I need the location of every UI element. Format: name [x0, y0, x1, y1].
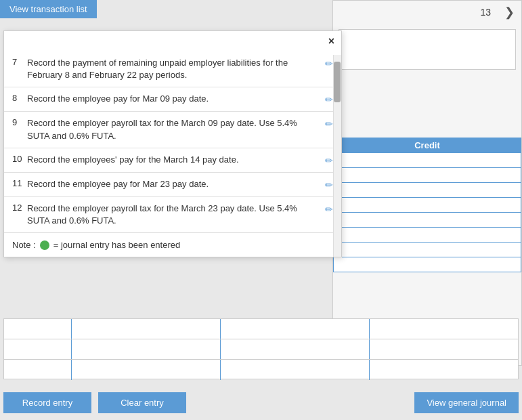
entry-edit-icon-10[interactable]: ✏ [325, 154, 333, 166]
entry-text-7: Record the payment of remaining unpaid e… [27, 57, 318, 81]
entry-text-8: Record the employee pay for Mar 09 pay d… [27, 93, 318, 105]
entry-number-8: 8 [12, 93, 27, 103]
record-entry-button[interactable]: Record entry [3, 392, 91, 413]
bottom-buttons: Record entry Clear entry View general jo… [3, 392, 519, 413]
right-panel: 13 ❯ Credit [332, 0, 522, 366]
overlay-scrollbar-thumb[interactable] [334, 62, 341, 102]
entry-number-11: 11 [12, 178, 27, 188]
close-button[interactable]: × [328, 35, 334, 47]
view-transaction-button[interactable]: View transaction list [0, 0, 97, 18]
note-suffix: = journal entry has been entered [53, 240, 181, 250]
credit-row[interactable] [333, 183, 521, 198]
entry-text-10: Record the employees' pay for the March … [27, 154, 318, 166]
overlay-panel: × 7 Record the payment of remaining unpa… [3, 30, 342, 257]
note-row: Note : = journal entry has been entered [4, 233, 341, 257]
entry-number-12: 12 [12, 203, 27, 213]
entry-edit-icon-11[interactable]: ✏ [325, 178, 333, 190]
chevron-right-icon[interactable]: ❯ [504, 5, 515, 20]
credit-row[interactable] [333, 213, 521, 228]
entry-number-7: 7 [12, 57, 27, 67]
table-cell-3-2[interactable] [72, 360, 221, 380]
bottom-table [3, 318, 519, 379]
table-cell-2-2[interactable] [72, 339, 221, 359]
view-general-journal-button[interactable]: View general journal [414, 392, 519, 413]
table-cell-2-3[interactable] [221, 339, 370, 359]
main-container: View transaction list 13 ❯ Credit [0, 0, 522, 420]
entry-number-9: 9 [12, 117, 27, 127]
table-cell-2-4[interactable] [370, 339, 518, 359]
table-cell-2-1[interactable] [4, 339, 72, 359]
table-cell-1-1[interactable] [4, 319, 72, 339]
entry-row-10: 10 Record the employees' pay for the Mar… [4, 148, 341, 173]
right-panel-header: 13 ❯ [333, 1, 521, 24]
top-right-input [339, 29, 516, 70]
table-row-3 [4, 360, 518, 380]
entry-edit-icon-12[interactable]: ✏ [325, 203, 333, 215]
table-cell-3-3[interactable] [221, 360, 370, 380]
table-row-2 [4, 339, 518, 360]
credit-rows [333, 153, 521, 272]
entry-row-7: 7 Record the payment of remaining unpaid… [4, 51, 341, 87]
green-dot-icon [40, 240, 49, 250]
credit-row[interactable] [333, 243, 521, 257]
overlay-header: × [4, 31, 341, 51]
entry-edit-icon-7[interactable]: ✏ [325, 57, 333, 69]
entry-text-9: Record the employer payroll tax for the … [27, 117, 318, 142]
credit-header: Credit [333, 138, 521, 153]
entry-edit-icon-8[interactable]: ✏ [325, 93, 333, 105]
note-prefix: Note : [12, 240, 36, 250]
entry-text-12: Record the employer payroll tax for the … [27, 203, 318, 227]
table-row-1 [4, 319, 518, 339]
overlay-scrollbar[interactable] [333, 55, 341, 257]
table-cell-3-1[interactable] [4, 360, 72, 380]
entry-row-11: 11 Record the employee pay for Mar 23 pa… [4, 173, 341, 197]
credit-row[interactable] [333, 198, 521, 213]
entry-text-11: Record the employee pay for Mar 23 pay d… [27, 178, 318, 190]
entry-row-12: 12 Record the employer payroll tax for t… [4, 197, 341, 233]
clear-entry-button[interactable]: Clear entry [98, 392, 186, 413]
entry-row-9: 9 Record the employer payroll tax for th… [4, 112, 341, 148]
table-cell-3-4[interactable] [370, 360, 518, 380]
table-cell-1-4[interactable] [370, 319, 518, 339]
credit-row[interactable] [333, 153, 521, 168]
entry-row-8: 8 Record the employee pay for Mar 09 pay… [4, 87, 341, 112]
entry-number-10: 10 [12, 154, 27, 164]
table-cell-1-3[interactable] [221, 319, 370, 339]
entry-list: 7 Record the payment of remaining unpaid… [4, 51, 341, 233]
page-number: 13 [480, 7, 491, 18]
credit-row[interactable] [333, 168, 521, 183]
credit-section: Credit [333, 138, 521, 272]
credit-row[interactable] [333, 228, 521, 243]
entry-edit-icon-9[interactable]: ✏ [325, 117, 333, 129]
table-cell-1-2[interactable] [72, 319, 221, 339]
credit-row[interactable] [333, 257, 521, 272]
